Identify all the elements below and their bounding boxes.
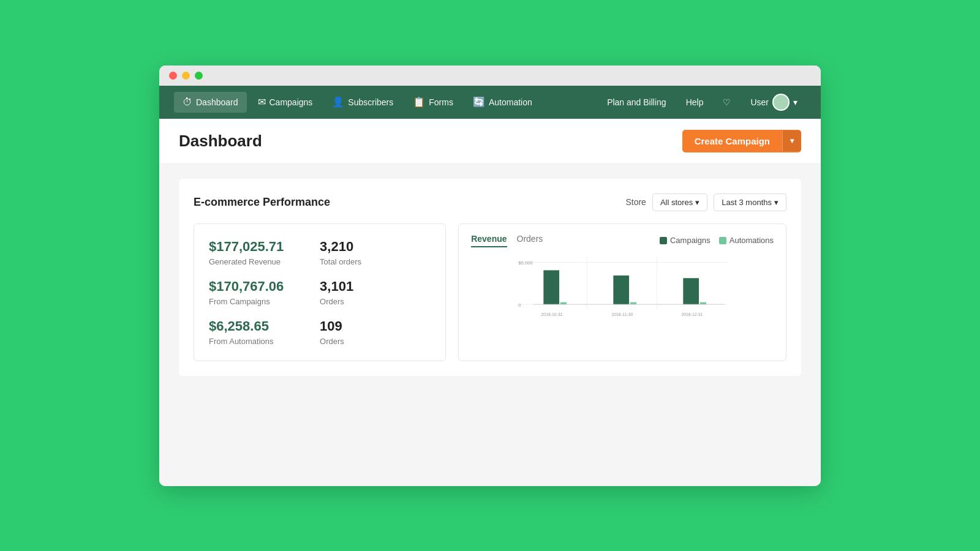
browser-window: ⏱ Dashboard ✉ Campaigns 👤 Subscribers 📋 … bbox=[159, 66, 821, 486]
stat-from-automations: $6,258.65 From Automations bbox=[209, 318, 320, 346]
user-dropdown-icon: ▾ bbox=[793, 97, 797, 107]
stat-from-automations-value: $6,258.65 bbox=[209, 318, 320, 334]
nav-user[interactable]: User ▾ bbox=[742, 89, 806, 116]
stat-campaign-orders: 3,101 Orders bbox=[320, 279, 431, 306]
nav-label-subscribers: Subscribers bbox=[348, 97, 393, 107]
bar-automations-oct bbox=[560, 302, 567, 304]
ecommerce-title: E-commerce Performance bbox=[194, 196, 330, 209]
nav-item-dashboard[interactable]: ⏱ Dashboard bbox=[174, 92, 247, 113]
stat-generated-revenue: $177,025.71 Generated Revenue bbox=[209, 239, 320, 266]
time-filter-label: Last 3 months bbox=[722, 198, 772, 207]
nav-item-campaigns[interactable]: ✉ Campaigns bbox=[249, 91, 322, 113]
subscribers-icon: 👤 bbox=[332, 96, 344, 108]
bar-automations-nov bbox=[630, 302, 636, 304]
date-label-dec: 2018-12-31 bbox=[682, 312, 703, 317]
store-filter-button[interactable]: All stores ▾ bbox=[652, 193, 707, 211]
nav-label-forms: Forms bbox=[429, 97, 453, 107]
bar-automations-dec bbox=[700, 302, 706, 304]
browser-minimize-btn[interactable] bbox=[182, 72, 190, 80]
y-axis-top: $0,000 bbox=[518, 260, 533, 266]
store-filter-arrow: ▾ bbox=[695, 198, 699, 207]
help-label: Help bbox=[686, 97, 704, 107]
stat-row-3: $6,258.65 From Automations 109 Orders bbox=[209, 318, 431, 346]
bar-campaigns-nov bbox=[614, 276, 630, 304]
user-avatar bbox=[772, 94, 790, 111]
stat-row-1: $177,025.71 Generated Revenue 3,210 Tota… bbox=[209, 239, 431, 266]
stat-campaign-orders-value: 3,101 bbox=[320, 279, 431, 294]
nav-heart[interactable]: ♡ bbox=[714, 92, 739, 112]
legend-campaigns: Campaigns bbox=[660, 236, 710, 245]
stat-campaign-orders-label: Orders bbox=[320, 297, 431, 306]
nav-label-automation: Automation bbox=[489, 97, 532, 107]
legend-automations: Automations bbox=[719, 236, 774, 245]
create-campaign-button[interactable]: Create Campaign ▾ bbox=[682, 130, 801, 152]
forms-icon: 📋 bbox=[413, 96, 425, 108]
store-filter-label: All stores bbox=[660, 198, 693, 207]
stat-automation-orders-value: 109 bbox=[320, 318, 431, 334]
chart-card: Revenue Orders Campaigns Automations bbox=[458, 223, 786, 361]
dashboard-icon: ⏱ bbox=[183, 97, 192, 108]
time-filter-arrow: ▾ bbox=[774, 198, 778, 207]
stat-total-orders-label: Total orders bbox=[320, 257, 431, 266]
main-content: Dashboard Create Campaign ▾ E-commerce P… bbox=[159, 119, 821, 486]
stat-from-campaigns: $170,767.06 From Campaigns bbox=[209, 279, 320, 306]
nav-help[interactable]: Help bbox=[677, 92, 712, 112]
navbar: ⏱ Dashboard ✉ Campaigns 👤 Subscribers 📋 … bbox=[159, 86, 821, 119]
dashboard-header: Dashboard Create Campaign ▾ bbox=[159, 119, 821, 164]
stat-row-2: $170,767.06 From Campaigns 3,101 Orders bbox=[209, 279, 431, 306]
page-bottom bbox=[159, 391, 821, 415]
nav-right: Plan and Billing Help ♡ User ▾ bbox=[598, 89, 806, 116]
ecommerce-header: E-commerce Performance Store All stores … bbox=[194, 193, 786, 211]
stat-total-orders-value: 3,210 bbox=[320, 239, 431, 255]
automation-icon: 🔄 bbox=[473, 96, 485, 108]
nav-item-subscribers[interactable]: 👤 Subscribers bbox=[323, 91, 402, 113]
nav-item-automation[interactable]: 🔄 Automation bbox=[464, 91, 541, 113]
filter-controls: Store All stores ▾ Last 3 months ▾ bbox=[625, 193, 786, 211]
stats-card: $177,025.71 Generated Revenue 3,210 Tota… bbox=[194, 223, 446, 361]
stat-generated-revenue-value: $177,025.71 bbox=[209, 239, 320, 255]
bar-campaigns-dec bbox=[684, 278, 699, 304]
legend-dot-automations bbox=[719, 237, 726, 244]
stats-chart-grid: $177,025.71 Generated Revenue 3,210 Tota… bbox=[194, 223, 786, 361]
stat-automation-orders-label: Orders bbox=[320, 337, 431, 346]
tab-orders[interactable]: Orders bbox=[517, 234, 543, 247]
legend-dot-campaigns bbox=[660, 237, 667, 244]
ecommerce-section: E-commerce Performance Store All stores … bbox=[179, 179, 801, 376]
bar-chart: $0,000 0 2018-10-31 bbox=[471, 257, 774, 331]
stat-total-orders: 3,210 Total orders bbox=[320, 239, 431, 266]
chart-header: Revenue Orders Campaigns Automations bbox=[471, 234, 774, 247]
store-label: Store bbox=[625, 197, 646, 207]
nav-item-forms[interactable]: 📋 Forms bbox=[404, 91, 462, 113]
campaigns-icon: ✉ bbox=[258, 96, 266, 108]
plan-billing-label: Plan and Billing bbox=[607, 97, 666, 107]
time-filter-button[interactable]: Last 3 months ▾ bbox=[714, 193, 786, 211]
tab-revenue[interactable]: Revenue bbox=[471, 234, 507, 247]
page-title: Dashboard bbox=[179, 132, 262, 151]
nav-label-dashboard: Dashboard bbox=[196, 97, 238, 107]
heart-icon: ♡ bbox=[723, 97, 731, 107]
legend-automations-label: Automations bbox=[729, 236, 774, 245]
legend-campaigns-label: Campaigns bbox=[670, 236, 710, 245]
stat-generated-revenue-label: Generated Revenue bbox=[209, 257, 320, 266]
nav-plan-billing[interactable]: Plan and Billing bbox=[598, 92, 675, 112]
y-axis-zero: 0 bbox=[518, 302, 521, 307]
browser-close-btn[interactable] bbox=[169, 72, 177, 80]
chart-tabs: Revenue Orders bbox=[471, 234, 543, 247]
nav-label-campaigns: Campaigns bbox=[270, 97, 313, 107]
date-label-oct: 2018-10-31 bbox=[541, 312, 563, 317]
browser-maximize-btn[interactable] bbox=[195, 72, 203, 80]
chart-svg: $0,000 0 2018-10-31 bbox=[471, 257, 774, 331]
stat-automation-orders: 109 Orders bbox=[320, 318, 431, 346]
date-label-nov: 2018-11-30 bbox=[612, 312, 633, 317]
create-campaign-dropdown-arrow[interactable]: ▾ bbox=[782, 130, 801, 151]
stat-from-campaigns-label: From Campaigns bbox=[209, 297, 320, 306]
user-label: User bbox=[750, 97, 769, 107]
bar-campaigns-oct bbox=[544, 270, 560, 304]
stat-from-automations-label: From Automations bbox=[209, 337, 320, 346]
create-campaign-label: Create Campaign bbox=[682, 130, 782, 152]
stat-from-campaigns-value: $170,767.06 bbox=[209, 279, 320, 294]
browser-titlebar bbox=[159, 66, 821, 86]
chart-legend: Campaigns Automations bbox=[660, 236, 774, 245]
